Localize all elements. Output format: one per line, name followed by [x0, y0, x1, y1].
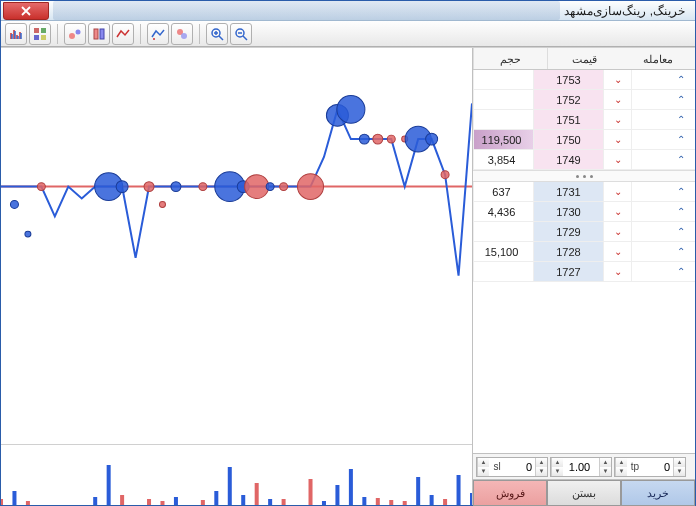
svg-rect-53: [309, 479, 313, 505]
svg-point-5: [76, 29, 81, 34]
order-sell-arrow[interactable]: ⌄: [603, 70, 631, 89]
svg-rect-44: [160, 501, 164, 505]
order-price: 1729: [533, 222, 603, 241]
order-sell-arrow[interactable]: ⌄: [603, 242, 631, 261]
close-position-button[interactable]: بستن: [547, 480, 621, 506]
sl-down2-icon[interactable]: ▼: [535, 467, 547, 476]
order-sell-arrow[interactable]: ⌄: [603, 202, 631, 221]
chart-bars-icon[interactable]: [5, 23, 27, 45]
qty-up2-icon[interactable]: ▲: [599, 458, 611, 467]
order-sell-arrow[interactable]: ⌄: [603, 150, 631, 169]
sl-value[interactable]: 0: [505, 461, 535, 473]
svg-rect-45: [174, 497, 178, 505]
zoom-out-icon[interactable]: [230, 23, 252, 45]
order-vol: 15,100: [473, 242, 533, 261]
order-price: 1751: [533, 110, 603, 129]
order-buy-arrow[interactable]: ⌃: [667, 90, 695, 109]
tp-up2-icon[interactable]: ▲: [673, 458, 685, 467]
svg-point-13: [10, 200, 18, 208]
qty-up-icon[interactable]: ▲: [551, 458, 563, 467]
qty-value[interactable]: 1.00: [563, 461, 599, 473]
chart-line-icon[interactable]: [112, 23, 134, 45]
order-buy-arrow[interactable]: ⌃: [667, 130, 695, 149]
order-buy-arrow[interactable]: ⌃: [667, 242, 695, 261]
order-sell-arrow[interactable]: ⌄: [603, 182, 631, 201]
order-row[interactable]: 637 1731 ⌄ ⌃: [473, 182, 695, 202]
tp-spinner[interactable]: ▲▼ tp 0 ▲▼: [614, 457, 686, 477]
svg-rect-38: [12, 491, 16, 505]
order-buy-arrow[interactable]: ⌃: [667, 262, 695, 281]
separator: [199, 24, 200, 44]
tp-down2-icon[interactable]: ▼: [673, 467, 685, 476]
order-row[interactable]: 1751 ⌄ ⌃: [473, 110, 695, 130]
svg-point-8: [153, 38, 155, 40]
zoom-in-icon[interactable]: [206, 23, 228, 45]
order-separator[interactable]: [473, 170, 695, 182]
tp-down-icon[interactable]: ▼: [615, 467, 627, 476]
order-row[interactable]: 1753 ⌄ ⌃: [473, 70, 695, 90]
svg-rect-47: [214, 491, 218, 505]
titlebar-spacer: [53, 1, 560, 20]
sl-up-icon[interactable]: ▲: [477, 458, 489, 467]
order-buy-arrow[interactable]: ⌃: [667, 110, 695, 129]
chart-group-icon[interactable]: [29, 23, 51, 45]
svg-rect-1: [41, 28, 46, 33]
svg-rect-41: [107, 465, 111, 505]
svg-rect-62: [430, 495, 434, 505]
content: حجم قیمت معامله 1753 ⌄ ⌃ 1752 ⌄ ⌃ 1751 ⌄…: [1, 47, 695, 505]
chart-bubble-icon[interactable]: [64, 23, 86, 45]
order-row[interactable]: 15,100 1728 ⌄ ⌃: [473, 242, 695, 262]
order-row[interactable]: 119,500 1750 ⌄ ⌃: [473, 130, 695, 150]
order-buy-arrow[interactable]: ⌃: [667, 70, 695, 89]
order-buy-arrow[interactable]: ⌃: [667, 222, 695, 241]
order-row[interactable]: 1752 ⌄ ⌃: [473, 90, 695, 110]
svg-rect-54: [322, 501, 326, 505]
svg-point-25: [266, 183, 274, 191]
titlebar: خرینگ, رینگ‌سازی‌مشهد: [1, 1, 695, 21]
window-title: خرینگ, رینگ‌سازی‌مشهد: [564, 4, 691, 18]
col-header-price: قیمت: [547, 48, 621, 69]
svg-point-17: [116, 181, 128, 193]
svg-point-14: [25, 231, 31, 237]
svg-rect-46: [201, 500, 205, 505]
svg-rect-7: [100, 29, 104, 39]
chart-switch-icon[interactable]: [88, 23, 110, 45]
order-sell-arrow[interactable]: ⌄: [603, 130, 631, 149]
order-row[interactable]: 1729 ⌄ ⌃: [473, 222, 695, 242]
order-price: 1727: [533, 262, 603, 281]
order-sell-arrow[interactable]: ⌄: [603, 110, 631, 129]
reset-icon[interactable]: [147, 23, 169, 45]
order-vol: 4,436: [473, 202, 533, 221]
order-buy-arrow[interactable]: ⌃: [667, 150, 695, 169]
order-row[interactable]: 1727 ⌄ ⌃: [473, 262, 695, 282]
tp-up-icon[interactable]: ▲: [615, 458, 627, 467]
order-vol: 3,854: [473, 150, 533, 169]
tp-value[interactable]: 0: [643, 461, 673, 473]
qty-down-icon[interactable]: ▼: [551, 467, 563, 476]
qty-down2-icon[interactable]: ▼: [599, 467, 611, 476]
sl-down-icon[interactable]: ▼: [477, 467, 489, 476]
sl-spinner[interactable]: ▲▼ sl 0 ▲▼: [476, 457, 548, 477]
filter-icon[interactable]: [171, 23, 193, 45]
svg-point-26: [280, 183, 288, 191]
svg-point-18: [144, 182, 154, 192]
order-buy-arrow[interactable]: ⌃: [667, 202, 695, 221]
order-buy-arrow[interactable]: ⌃: [667, 182, 695, 201]
sell-button[interactable]: فروش: [473, 480, 547, 506]
order-sell-arrow[interactable]: ⌄: [603, 90, 631, 109]
order-row[interactable]: 4,436 1730 ⌄ ⌃: [473, 202, 695, 222]
svg-rect-61: [416, 477, 420, 505]
svg-point-24: [245, 175, 269, 199]
svg-point-32: [387, 135, 395, 143]
svg-point-10: [181, 33, 187, 39]
order-sell-arrow[interactable]: ⌄: [603, 222, 631, 241]
close-button[interactable]: [3, 2, 49, 20]
order-price: 1753: [533, 70, 603, 89]
qty-spinner[interactable]: ▲▼ 1.00 ▲▼: [550, 457, 612, 477]
svg-rect-43: [147, 499, 151, 505]
chart-area[interactable]: [1, 48, 473, 505]
sl-up2-icon[interactable]: ▲: [535, 458, 547, 467]
order-row[interactable]: 3,854 1749 ⌄ ⌃: [473, 150, 695, 170]
order-sell-arrow[interactable]: ⌄: [603, 262, 631, 281]
buy-button[interactable]: خرید: [621, 480, 695, 506]
